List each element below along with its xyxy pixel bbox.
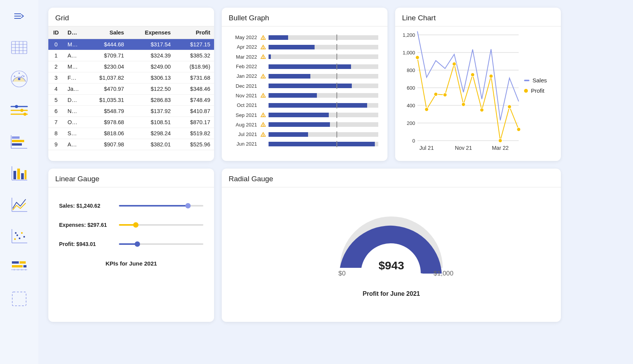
expand-icon[interactable] xyxy=(8,5,30,27)
warning-icon xyxy=(259,112,267,118)
svg-point-33 xyxy=(15,232,16,234)
svg-point-77 xyxy=(415,56,419,59)
bullet-row: Sep 2021 xyxy=(231,110,378,120)
main-content: Grid IDD…SalesExpensesProfit 0M…$444.68$… xyxy=(38,0,633,364)
linear-track[interactable] xyxy=(119,243,203,245)
radial-caption: Profit for June 2021 xyxy=(363,290,420,297)
vbar-icon[interactable] xyxy=(8,162,30,184)
bullet-label: Jul 2021 xyxy=(231,131,259,137)
warning-icon xyxy=(259,132,267,137)
table-row[interactable]: 5D…$1,035.31$286.83$748.49 xyxy=(48,95,214,106)
svg-point-82 xyxy=(462,102,465,106)
svg-point-31 xyxy=(21,232,23,234)
bullet-label: Oct 2021 xyxy=(231,102,259,108)
table-row[interactable]: 10J…$717.68$363.50$354.18 xyxy=(48,150,214,153)
svg-text:1,000: 1,000 xyxy=(402,50,415,56)
svg-rect-35 xyxy=(20,261,26,264)
table-row[interactable]: 9A…$907.98$382.01$525.96 xyxy=(48,139,214,150)
table-row[interactable]: 2M…$230.04$249.00($18.96) xyxy=(48,61,214,72)
svg-rect-17 xyxy=(12,143,22,146)
svg-point-53 xyxy=(263,97,264,97)
svg-text:600: 600 xyxy=(407,85,415,91)
linear-track[interactable] xyxy=(119,205,203,207)
radial-value: $943 xyxy=(379,259,404,272)
svg-point-8 xyxy=(15,105,18,108)
warning-icon xyxy=(259,93,267,98)
bullet-row: Aug 2021 xyxy=(231,120,378,130)
svg-rect-34 xyxy=(12,261,19,264)
bullet-track xyxy=(269,122,378,127)
bullet-row: May 2022 xyxy=(231,33,378,42)
svg-point-55 xyxy=(263,116,264,116)
svg-point-32 xyxy=(23,236,25,238)
svg-text:Nov 21: Nov 21 xyxy=(455,145,472,151)
column-header[interactable]: Expenses xyxy=(128,26,175,39)
svg-point-51 xyxy=(263,77,264,77)
svg-point-85 xyxy=(489,74,493,78)
radial-gauge-card: Radial Gauge $943 $0 $1,000 Profit for J… xyxy=(222,169,561,322)
linear-track[interactable] xyxy=(119,224,203,226)
bullet-label: Jan 2022 xyxy=(231,73,259,79)
svg-point-86 xyxy=(498,139,502,143)
bullet-label: Jun 2021 xyxy=(231,141,259,147)
grid-card: Grid IDD…SalesExpensesProfit 0M…$444.68$… xyxy=(48,8,214,161)
svg-point-10 xyxy=(20,109,23,112)
grid-table[interactable]: IDD…SalesExpensesProfit 0M…$444.68$317.5… xyxy=(48,26,214,153)
legend-label: Profit xyxy=(531,87,544,94)
table-row[interactable]: 7O…$978.68$108.51$870.17 xyxy=(48,117,214,128)
bullet-row: Dec 2021 xyxy=(231,81,378,90)
card-title: Line Chart xyxy=(395,8,561,26)
svg-rect-21 xyxy=(17,169,20,179)
scatter-icon[interactable] xyxy=(8,225,30,247)
hbar2-icon[interactable] xyxy=(8,257,30,278)
svg-point-84 xyxy=(480,108,484,112)
warning-icon xyxy=(259,74,267,79)
column-header[interactable]: Profit xyxy=(175,26,214,39)
table-row[interactable]: 1A…$709.71$324.39$385.32 xyxy=(48,50,214,61)
column-header[interactable]: ID xyxy=(48,26,64,39)
svg-point-47 xyxy=(263,48,264,48)
svg-point-78 xyxy=(425,108,429,111)
card-title: Bullet Graph xyxy=(222,8,387,26)
table-row[interactable]: 4Ja…$470.97$122.50$348.46 xyxy=(48,84,214,95)
grid-icon[interactable] xyxy=(8,37,30,58)
table-row[interactable]: 6N…$548.79$137.92$410.87 xyxy=(48,106,214,117)
column-header[interactable]: Sales xyxy=(83,26,128,39)
bullet-row: Oct 2021 xyxy=(231,100,378,110)
line-chart[interactable]: 02004006008001,0001,200Jul 21Nov 21Mar 2… xyxy=(399,31,522,154)
radial-gauge[interactable]: $943 $0 $1,000 Profit for June 2021 xyxy=(222,187,561,322)
warning-icon xyxy=(259,122,267,127)
linear-label: Sales: $1,240.62 xyxy=(59,203,113,209)
linear-gauge[interactable]: Sales: $1,240.62Expenses: $297.61Profit:… xyxy=(48,187,214,322)
svg-rect-15 xyxy=(12,136,20,139)
table-row[interactable]: 3F…$1,037.82$306.13$731.68 xyxy=(48,72,214,84)
svg-text:800: 800 xyxy=(407,67,415,73)
table-row[interactable]: 8S…$818.06$298.24$519.82 xyxy=(48,128,214,139)
bullet-row: Jun 2021 xyxy=(231,139,378,149)
bullet-track xyxy=(269,142,378,146)
linear-caption: KPIs for June 2021 xyxy=(59,260,203,267)
svg-text:Mar 22: Mar 22 xyxy=(492,145,509,151)
svg-rect-36 xyxy=(12,265,23,267)
svg-text:Jul 21: Jul 21 xyxy=(419,145,434,151)
svg-point-28 xyxy=(14,238,16,240)
sidebar xyxy=(0,0,38,364)
svg-rect-20 xyxy=(13,171,16,179)
placeholder-icon[interactable] xyxy=(8,288,30,310)
radial-min: $0 xyxy=(338,270,346,277)
table-row[interactable]: 0M…$444.68$317.54$127.15 xyxy=(48,39,214,50)
svg-point-30 xyxy=(19,238,20,239)
bullet-track xyxy=(269,113,378,117)
gauge-icon[interactable] xyxy=(8,68,30,90)
card-title: Grid xyxy=(48,8,214,26)
hbar-icon[interactable] xyxy=(8,131,30,152)
bullet-label: May 2022 xyxy=(231,34,259,40)
line-icon[interactable] xyxy=(8,194,30,215)
bullet-label: Nov 2021 xyxy=(231,93,259,98)
bullet-track xyxy=(269,54,378,59)
svg-point-83 xyxy=(471,73,475,77)
bullet-graph[interactable]: May 2022Apr 2022Mar 2022Feb 2022Jan 2022… xyxy=(222,26,387,161)
linear-row: Sales: $1,240.62 xyxy=(59,203,203,209)
column-header[interactable]: D… xyxy=(64,26,83,39)
sliders-icon[interactable] xyxy=(8,100,30,121)
